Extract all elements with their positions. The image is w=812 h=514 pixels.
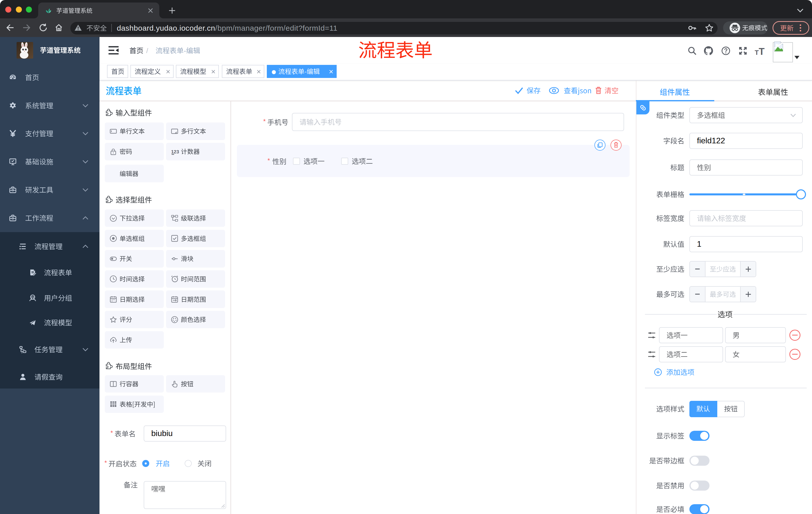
svg-text:123: 123 <box>171 149 179 154</box>
